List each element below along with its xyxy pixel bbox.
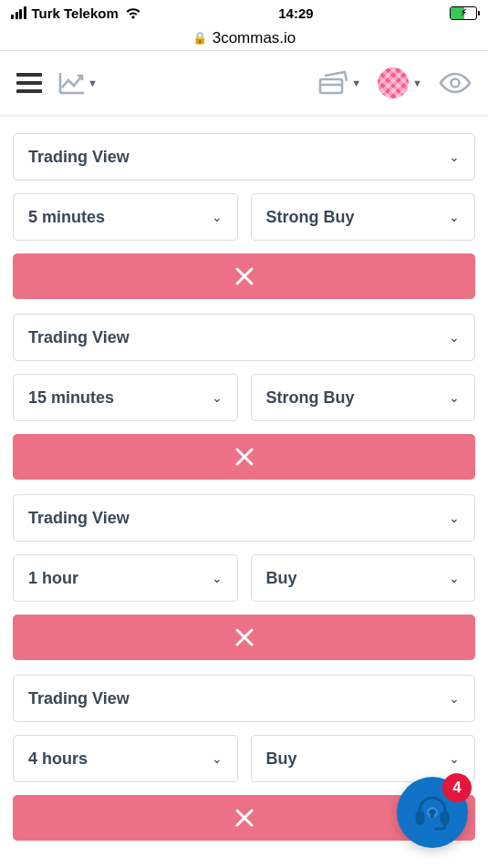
signal-icon <box>11 6 26 19</box>
close-icon <box>233 625 256 649</box>
source-select[interactable]: Trading View ⌄ <box>13 675 475 722</box>
status-left: Turk Telekom <box>11 5 142 21</box>
interval-select[interactable]: 5 minutes ⌄ <box>13 193 238 241</box>
condition-block: Trading View ⌄ 15 minutes ⌄ Strong Buy ⌄ <box>13 314 475 480</box>
payment-dropdown[interactable]: ▼ <box>317 70 361 96</box>
battery-icon: ⚡︎ <box>450 6 477 20</box>
menu-button[interactable] <box>16 73 42 93</box>
status-right: ⚡︎ <box>450 6 477 20</box>
source-select[interactable]: Trading View ⌄ <box>13 133 475 181</box>
signal-select[interactable]: Buy ⌄ <box>251 735 476 782</box>
wifi-icon <box>124 6 142 20</box>
interval-select[interactable]: 1 hour ⌄ <box>13 554 238 602</box>
chevron-down-icon: ⌄ <box>449 571 460 585</box>
signal-value: Strong Buy <box>266 208 355 227</box>
status-bar: Turk Telekom 14:29 ⚡︎ <box>0 0 488 26</box>
chevron-down-icon: ⌄ <box>449 751 460 766</box>
source-value: Trading View <box>28 509 130 528</box>
svg-point-2 <box>452 79 460 88</box>
chart-icon <box>58 71 86 95</box>
signal-select[interactable]: Strong Buy ⌄ <box>251 193 476 241</box>
source-value: Trading View <box>28 148 130 167</box>
chevron-down-icon: ⌄ <box>449 511 460 525</box>
notification-badge: 4 <box>442 773 472 802</box>
chevron-down-icon: ⌄ <box>212 571 223 585</box>
card-icon <box>317 70 348 96</box>
browser-address[interactable]: 🔒 3commas.io <box>0 26 488 51</box>
caret-down-icon: ▼ <box>351 78 361 88</box>
chevron-down-icon: ⌄ <box>449 691 460 706</box>
signal-value: Buy <box>266 749 297 769</box>
signal-value: Strong Buy <box>266 388 355 408</box>
svg-rect-0 <box>320 79 342 93</box>
svg-rect-12 <box>441 812 448 823</box>
url-host: 3commas.io <box>213 29 296 47</box>
interval-select[interactable]: 15 minutes ⌄ <box>13 374 238 421</box>
close-icon <box>233 806 256 830</box>
interval-value: 1 hour <box>28 569 78 588</box>
condition-block: Trading View ⌄ 1 hour ⌄ Buy ⌄ <box>13 494 475 660</box>
close-icon <box>233 445 256 469</box>
chevron-down-icon: ⌄ <box>212 210 223 224</box>
condition-block: Trading View ⌄ 5 minutes ⌄ Strong Buy ⌄ <box>13 133 475 299</box>
chevron-down-icon: ⌄ <box>449 330 460 345</box>
chart-dropdown[interactable]: ▼ <box>58 71 98 95</box>
remove-condition-button[interactable] <box>13 253 475 299</box>
interval-value: 5 minutes <box>28 208 105 227</box>
chevron-down-icon: ⌄ <box>212 390 223 405</box>
lock-icon: 🔒 <box>192 31 207 45</box>
source-select[interactable]: Trading View ⌄ <box>13 494 475 542</box>
profile-dropdown[interactable]: ▼ <box>378 67 422 98</box>
signal-select[interactable]: Strong Buy ⌄ <box>251 374 476 421</box>
main-content: Trading View ⌄ 5 minutes ⌄ Strong Buy ⌄ … <box>0 117 488 868</box>
signal-select[interactable]: Buy ⌄ <box>251 554 476 602</box>
interval-select[interactable]: 4 hours ⌄ <box>13 735 238 782</box>
source-select[interactable]: Trading View ⌄ <box>13 314 475 361</box>
caret-down-icon: ▼ <box>412 78 422 88</box>
chevron-down-icon: ⌄ <box>449 150 460 164</box>
remove-condition-button[interactable] <box>13 434 475 480</box>
visibility-toggle[interactable] <box>439 71 472 95</box>
avatar-icon <box>378 67 409 98</box>
chevron-down-icon: ⌄ <box>212 751 223 766</box>
close-icon <box>233 264 256 288</box>
chevron-down-icon: ⌄ <box>449 390 460 405</box>
caret-down-icon: ▼ <box>88 78 98 88</box>
source-value: Trading View <box>28 328 130 347</box>
help-button[interactable]: ? 4 <box>397 777 468 848</box>
signal-value: Buy <box>266 569 297 588</box>
interval-value: 4 hours <box>28 749 88 769</box>
remove-condition-button[interactable] <box>13 615 475 660</box>
source-value: Trading View <box>28 689 130 708</box>
interval-value: 15 minutes <box>28 388 114 408</box>
svg-text:?: ? <box>430 809 435 818</box>
chevron-down-icon: ⌄ <box>449 210 460 224</box>
app-header: ▼ ▼ ▼ <box>0 51 488 117</box>
carrier-label: Turk Telekom <box>32 5 119 21</box>
svg-rect-11 <box>417 812 423 823</box>
status-time: 14:29 <box>278 5 313 21</box>
